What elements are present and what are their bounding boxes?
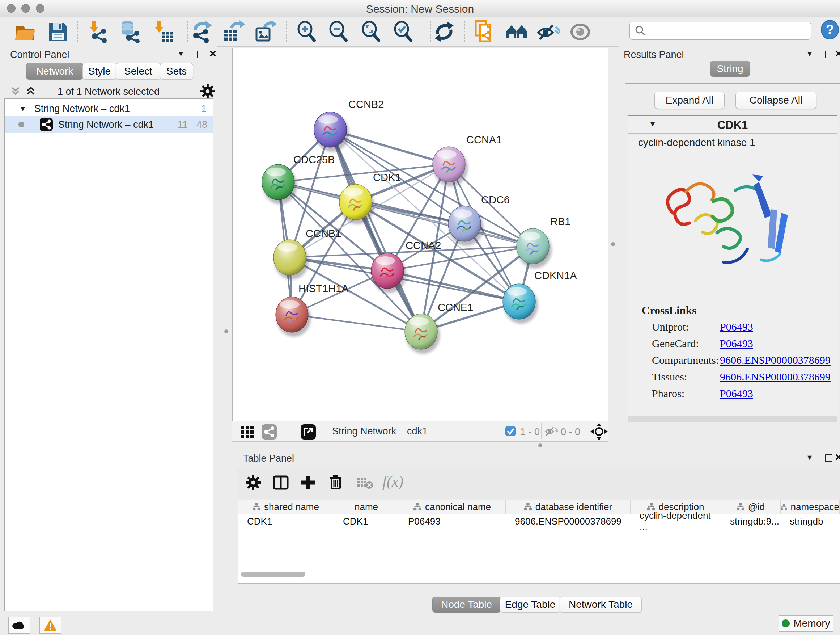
control-panel-close-icon[interactable] — [209, 50, 216, 59]
crosslink-pharos-link[interactable]: P06493 — [720, 387, 753, 400]
table-cell[interactable]: stringdb:9... — [721, 514, 781, 529]
search-field[interactable] — [630, 22, 811, 40]
cloud-status-button[interactable] — [8, 616, 30, 634]
table-cell[interactable]: CDK1 — [238, 514, 334, 529]
node-label: CCNA2 — [406, 240, 441, 251]
birdseye-navigator-icon[interactable] — [591, 423, 608, 442]
results-panel-float-icon[interactable] — [825, 51, 832, 58]
results-panel-close-icon[interactable] — [835, 50, 840, 59]
help-button[interactable]: ? — [820, 19, 840, 41]
table-cell[interactable]: CDK1 — [334, 514, 399, 529]
tab-network-table[interactable]: Network Table — [560, 597, 642, 613]
right-splitter-handle[interactable] — [611, 242, 615, 246]
zoom-fit-icon[interactable] — [360, 20, 383, 43]
crosslink-tissues-link[interactable]: 9606.ENSP00000378699 — [720, 371, 831, 383]
network-options-gear-icon[interactable] — [200, 83, 216, 101]
network-edge[interactable] — [387, 271, 519, 302]
network-canvas[interactable]: CCNB2CCNA1CDC25BCDK1CDC6RB1CCNB1CCNA2CDK… — [232, 48, 608, 422]
add-column-icon[interactable] — [300, 474, 317, 492]
bottom-splitter-handle[interactable] — [538, 443, 542, 448]
tab-network[interactable]: Network — [26, 63, 83, 80]
crosslink-compartments-link[interactable]: 9606.ENSP00000378699 — [720, 354, 831, 366]
delete-table-icon[interactable] — [356, 477, 373, 491]
network-node-CCNE1[interactable] — [405, 314, 440, 354]
left-splitter-handle[interactable] — [224, 329, 228, 333]
network-edge[interactable] — [292, 315, 421, 332]
network-node-HIST1H1A[interactable] — [276, 297, 311, 337]
collapse-all-button[interactable]: Collapse All — [736, 92, 816, 109]
crosslink-genecard-link[interactable]: P06493 — [720, 337, 753, 350]
table-cell[interactable]: stringdb — [781, 514, 840, 529]
tab-style[interactable]: Style — [82, 63, 117, 80]
export-network-to-file-icon[interactable] — [190, 20, 213, 43]
first-neighbors-houses-icon[interactable] — [505, 20, 528, 43]
title-bar: Session: New Session — [0, 0, 840, 17]
cdk1-panel-scrollbar[interactable] — [628, 416, 837, 422]
table-cell[interactable]: 9606.ENSP00000378699 — [506, 514, 630, 529]
network-node-CCNB2[interactable] — [314, 112, 349, 152]
collection-expander-icon[interactable]: ▼ — [19, 105, 27, 113]
table-panel-menu-icon[interactable]: ▾ — [807, 452, 812, 462]
open-session-icon[interactable] — [13, 20, 36, 43]
grid-view-icon[interactable] — [240, 425, 255, 441]
network-node-CDC6[interactable] — [448, 206, 483, 246]
export-image-icon[interactable] — [254, 20, 277, 43]
selected-checkbox-icon[interactable] — [505, 426, 516, 438]
control-panel-float-icon[interactable] — [197, 51, 204, 58]
show-columns-icon[interactable] — [272, 474, 289, 492]
network-row-selected[interactable]: String Network – cdk1 11 48 — [5, 116, 213, 133]
table-row[interactable]: CDK1CDK1P064939606.ENSP00000378699cyclin… — [238, 514, 840, 529]
table-horizontal-scrollbar[interactable] — [241, 572, 305, 577]
search-input[interactable] — [649, 25, 811, 37]
warning-status-button[interactable] — [39, 616, 62, 634]
zoom-selected-icon[interactable] — [392, 20, 415, 43]
network-node-CCNA1[interactable] — [433, 147, 468, 187]
delete-column-trash-icon[interactable] — [327, 473, 344, 492]
tab-sets[interactable]: Sets — [160, 63, 193, 80]
network-node-CDKN1A[interactable] — [503, 284, 538, 324]
save-session-icon[interactable] — [46, 20, 69, 43]
table-panel-float-icon[interactable] — [825, 454, 832, 462]
network-view-toolbar: String Network – cdk1 1 - 0 0 - 0 — [232, 421, 608, 442]
tab-node-table[interactable]: Node Table — [432, 597, 501, 613]
network-share-view-icon[interactable] — [261, 424, 277, 441]
table-gear-icon[interactable] — [245, 474, 262, 492]
column-header--id[interactable]: @id — [721, 500, 781, 514]
zoom-in-icon[interactable] — [295, 20, 319, 43]
network-node-CDK1[interactable] — [339, 184, 374, 224]
tab-edge-table[interactable]: Edge Table — [500, 597, 561, 613]
table-cell[interactable]: cyclin-dependent ... — [630, 514, 721, 529]
function-builder-icon[interactable]: f(x) — [382, 473, 403, 490]
tab-string[interactable]: String — [710, 61, 750, 77]
network-node-CDC25B[interactable] — [262, 165, 297, 204]
results-panel-menu-icon[interactable]: ▾ — [807, 49, 812, 59]
control-panel-menu-icon[interactable]: ▾ — [179, 49, 183, 59]
hide-selected-eye-icon[interactable] — [537, 20, 560, 43]
network-node-RB1[interactable] — [516, 228, 552, 268]
import-network-from-file-icon[interactable] — [87, 20, 110, 43]
show-all-eye-icon[interactable] — [569, 20, 592, 43]
zoom-out-icon[interactable] — [327, 20, 351, 43]
column-header-database-identifier[interactable]: database identifier — [506, 500, 630, 514]
column-header-shared-name[interactable]: shared name — [238, 500, 334, 514]
import-network-from-database-icon[interactable] — [118, 20, 142, 43]
crosslink-uniprot-link[interactable]: P06493 — [720, 321, 753, 333]
refresh-layout-icon[interactable] — [433, 20, 456, 43]
tab-select[interactable]: Select — [116, 63, 161, 80]
column-header-namespace[interactable]: namespace — [781, 500, 840, 514]
table-cell[interactable]: P06493 — [399, 514, 506, 529]
network-graph[interactable]: CCNB2CCNA1CDC25BCDK1CDC6RB1CCNB1CCNA2CDK… — [233, 48, 608, 421]
memory-button[interactable]: Memory — [778, 615, 834, 632]
table-panel-close-icon[interactable] — [835, 454, 840, 462]
detach-view-icon[interactable] — [300, 424, 316, 441]
network-edge[interactable] — [330, 130, 421, 332]
network-node-CCNA2[interactable] — [371, 253, 406, 293]
import-table-from-file-icon[interactable] — [152, 20, 175, 43]
export-table-to-file-icon[interactable] — [222, 20, 245, 43]
network-collection-row[interactable]: ▼ String Network – cdk1 1 — [5, 101, 213, 116]
cdk1-section-header[interactable]: ▾ CDK1 — [628, 116, 837, 134]
clone-network-icon[interactable] — [472, 20, 495, 43]
column-header-name[interactable]: name — [334, 500, 399, 514]
expand-all-button[interactable]: Expand All — [654, 92, 725, 109]
column-header-canonical-name[interactable]: canonical name — [399, 500, 506, 514]
